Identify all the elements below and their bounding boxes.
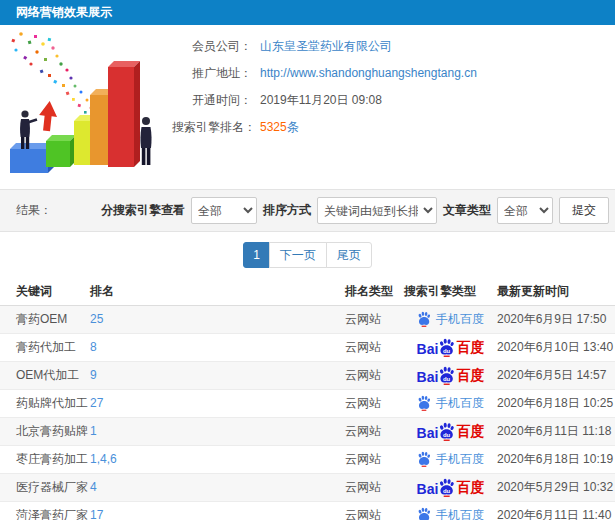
rank-link[interactable]: 25 <box>90 312 103 326</box>
engine-rank-count: 5325 <box>260 120 287 134</box>
marketing-report-page: 网络营销效果展示 <box>0 0 615 520</box>
engine-type-cell: 手机百度 <box>404 306 497 333</box>
member-company-label: 会员公司： <box>172 38 252 55</box>
baidu-logo-cn: 百度 <box>456 367 484 385</box>
bar-chart-illustration <box>0 25 172 189</box>
baidu-logo-cn: 百度 <box>456 479 484 497</box>
baidu-paw-icon <box>417 451 431 467</box>
results-table: 关键词 排名 排名类型 搜索引擎类型 最新更新时间 膏药OEM 25 云网站 手… <box>0 278 615 520</box>
sort-mode-select[interactable]: 关键词由短到长排序 <box>317 197 437 224</box>
rank-link[interactable]: 1,4,6 <box>90 452 117 466</box>
mobile-baidu-badge: 手机百度 <box>417 395 484 412</box>
engine-type-cell: 手机百度 <box>404 446 497 473</box>
baidu-paw-icon: du <box>438 366 455 385</box>
rank-link[interactable]: 27 <box>90 396 103 410</box>
baidu-logo: Bai du 百度 <box>417 422 485 441</box>
open-time-value: 2019年11月20日 09:08 <box>260 92 382 109</box>
baidu-logo-cn: 百度 <box>456 423 484 441</box>
mobile-baidu-label: 手机百度 <box>436 451 484 468</box>
rank-link[interactable]: 4 <box>90 480 97 494</box>
header-keyword: 关键词 <box>0 278 90 305</box>
promo-url-link[interactable]: http://www.shandonghuangshengtang.cn <box>260 66 477 80</box>
keyword-cell: 菏泽膏药厂家 <box>0 501 90 520</box>
rank-link[interactable]: 9 <box>90 368 97 382</box>
header-updated: 最新更新时间 <box>497 278 615 305</box>
baidu-paw-icon <box>417 395 431 411</box>
rank-type-cell: 云网站 <box>345 361 404 389</box>
baidu-logo-bai: Bai <box>417 369 439 385</box>
keyword-cell: 北京膏药贴牌 <box>0 417 90 445</box>
table-row: 膏药代加工 8 云网站 Bai du 百度 2020年6月10日 13:40 <box>0 333 615 361</box>
keyword-cell: 膏药代加工 <box>0 333 90 361</box>
rank-type-cell: 云网站 <box>345 501 404 520</box>
baidu-logo: Bai du 百度 <box>417 338 485 357</box>
rank-type-cell: 云网站 <box>345 473 404 501</box>
mobile-baidu-badge: 手机百度 <box>417 451 484 468</box>
page-titlebar: 网络营销效果展示 <box>0 0 615 25</box>
updated-cell: 2020年6月10日 13:40 <box>497 333 615 361</box>
updated-cell: 2020年6月11日 11:18 <box>497 417 615 445</box>
table-row: 药贴牌代加工 27 云网站 手机百度 2020年6月18日 10:25 <box>0 389 615 417</box>
info-row-member: 会员公司： 山东皇圣堂药业有限公司 <box>172 37 615 55</box>
table-row: 医疗器械厂家 4 云网站 Bai du 百度 2020年5月29日 10:32 <box>0 473 615 501</box>
engine-view-select[interactable]: 全部 <box>191 197 257 224</box>
engine-rank-unit: 条 <box>287 120 299 134</box>
table-row: 枣庄膏药加工 1,4,6 云网站 手机百度 2020年6月18日 10:19 <box>0 445 615 473</box>
page-button-current[interactable]: 1 <box>243 242 270 268</box>
baidu-logo-cn: 百度 <box>456 339 484 357</box>
engine-rank-value[interactable]: 5325条 <box>260 119 299 136</box>
baidu-logo-bai: Bai <box>417 341 439 357</box>
rank-type-cell: 云网站 <box>345 333 404 361</box>
filter-controls: 分搜索引擎查看 全部 排序方式 关键词由短到长排序 文章类型 全部 提交 <box>101 197 609 224</box>
engine-type-cell: Bai du 百度 <box>404 418 497 445</box>
mobile-baidu-label: 手机百度 <box>436 507 484 520</box>
submit-button[interactable]: 提交 <box>559 197 609 224</box>
engine-view-label: 分搜索引擎查看 <box>101 202 185 219</box>
mobile-baidu-label: 手机百度 <box>436 311 484 328</box>
mobile-baidu-badge: 手机百度 <box>417 311 484 328</box>
last-page-button[interactable]: 尾页 <box>326 242 372 268</box>
rank-link[interactable]: 8 <box>90 340 97 354</box>
keyword-cell: 膏药OEM <box>0 305 90 333</box>
engine-type-cell: 手机百度 <box>404 502 497 520</box>
updated-cell: 2020年6月18日 10:25 <box>497 389 615 417</box>
engine-type-cell: Bai du 百度 <box>404 362 497 389</box>
article-type-select[interactable]: 全部 <box>497 197 553 224</box>
page-title: 网络营销效果展示 <box>16 5 112 19</box>
arrow-up-icon <box>38 100 59 132</box>
updated-cell: 2020年5月29日 10:32 <box>497 473 615 501</box>
open-time-label: 开通时间： <box>172 92 252 109</box>
rank-type-cell: 云网站 <box>345 389 404 417</box>
article-type-label: 文章类型 <box>443 202 491 219</box>
next-page-button[interactable]: 下一页 <box>269 242 327 268</box>
sort-mode-label: 排序方式 <box>263 202 311 219</box>
baidu-logo: Bai du 百度 <box>417 478 485 497</box>
header-rank-type: 排名类型 <box>345 278 404 305</box>
info-row-engine-rank: 搜索引擎排名： 5325条 <box>172 118 615 136</box>
table-row: OEM代加工 9 云网站 Bai du 百度 2020年6月5日 14:57 <box>0 361 615 389</box>
rank-link[interactable]: 17 <box>90 508 103 520</box>
updated-cell: 2020年6月5日 14:57 <box>497 361 615 389</box>
svg-text:du: du <box>443 375 451 381</box>
engine-type-cell: Bai du 百度 <box>404 334 497 361</box>
svg-text:du: du <box>443 347 451 353</box>
keyword-cell: 医疗器械厂家 <box>0 473 90 501</box>
rank-type-cell: 云网站 <box>345 305 404 333</box>
svg-text:du: du <box>443 431 451 437</box>
member-company-link[interactable]: 山东皇圣堂药业有限公司 <box>260 38 392 55</box>
engine-type-cell: Bai du 百度 <box>404 474 497 501</box>
baidu-paw-icon: du <box>438 478 455 497</box>
keyword-cell: 枣庄膏药加工 <box>0 445 90 473</box>
baidu-paw-icon: du <box>438 338 455 357</box>
account-info-list: 会员公司： 山东皇圣堂药业有限公司 推广地址： http://www.shand… <box>172 25 615 189</box>
businessman-figure-right <box>140 117 151 165</box>
svg-text:du: du <box>443 487 451 493</box>
promo-url-label: 推广地址： <box>172 65 252 82</box>
info-row-open-time: 开通时间： 2019年11月20日 09:08 <box>172 91 615 109</box>
updated-cell: 2020年6月11日 11:40 <box>497 501 615 520</box>
header-rank: 排名 <box>90 278 345 305</box>
updated-cell: 2020年6月9日 17:50 <box>497 305 615 333</box>
confetti-dots <box>11 32 92 113</box>
rank-link[interactable]: 1 <box>90 424 97 438</box>
table-row: 膏药OEM 25 云网站 手机百度 2020年6月9日 17:50 <box>0 305 615 333</box>
